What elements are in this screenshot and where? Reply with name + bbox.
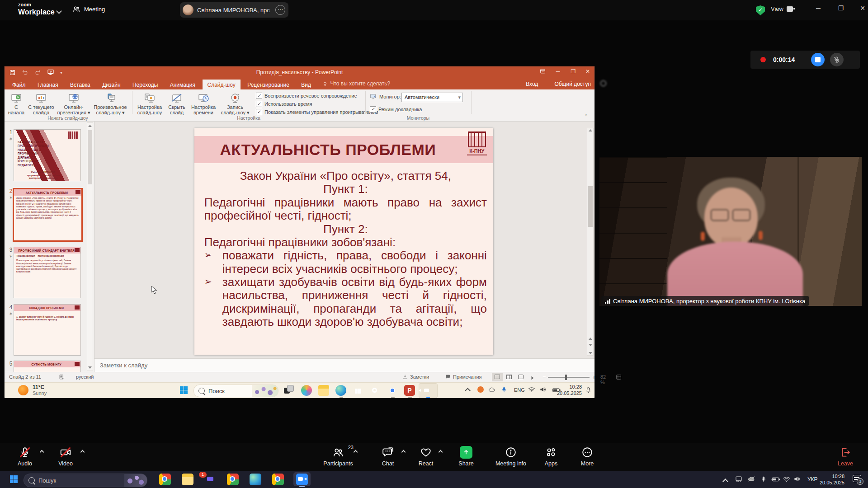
- tray-icon-update[interactable]: [477, 386, 484, 393]
- thumbnail-scrollbar[interactable]: [87, 122, 93, 371]
- next-slide-button[interactable]: [587, 344, 593, 346]
- scrollbar-thumb[interactable]: [588, 186, 593, 227]
- close-button[interactable]: ✕: [582, 68, 594, 75]
- tell-me-box[interactable]: Что вы хотите сделать?: [318, 78, 395, 89]
- tab-review[interactable]: Рецензирование: [242, 80, 294, 91]
- zoom-app-icon-active[interactable]: [296, 474, 308, 485]
- language-status[interactable]: русский: [76, 374, 94, 380]
- tab-slideshow-active[interactable]: Слайд-шоу: [203, 80, 241, 91]
- slide-thumbnail-4[interactable]: СКЛАДОВІ ПРОБЛЕМИ 1. Захист власної чест…: [14, 304, 81, 356]
- hidden-icons-chevron[interactable]: [723, 477, 727, 485]
- leave-button[interactable]: Leave: [827, 446, 863, 467]
- chevron-down-icon[interactable]: [56, 8, 62, 14]
- browser-icon-4[interactable]: [272, 474, 284, 485]
- more-button[interactable]: More: [571, 446, 604, 467]
- volume-icon[interactable]: [794, 476, 801, 484]
- slide-sorter-view-button[interactable]: [504, 373, 514, 381]
- edge-browser-icon[interactable]: [335, 385, 346, 396]
- chat-chevron[interactable]: [402, 447, 405, 455]
- minimize-button[interactable]: ─: [552, 68, 564, 75]
- recording-mic-muted-button[interactable]: [830, 53, 844, 66]
- setup-slideshow-button[interactable]: Настройка слайд-шоу: [135, 91, 165, 115]
- tab-meeting[interactable]: Meeting: [72, 5, 105, 13]
- view-button[interactable]: View: [771, 5, 793, 12]
- browser-icon-2[interactable]: [227, 474, 239, 485]
- from-current-slide-button[interactable]: С текущего слайда: [26, 91, 56, 115]
- meeting-info-button[interactable]: Meeting info: [487, 446, 534, 467]
- volume-icon[interactable]: [540, 386, 547, 394]
- video-options-chevron[interactable]: [81, 447, 84, 455]
- react-chevron[interactable]: [439, 447, 442, 455]
- tab-design[interactable]: Дизайн: [97, 80, 125, 91]
- apps-button[interactable]: Apps: [537, 446, 565, 467]
- slide-thumbnail-1[interactable]: ЗАПОБІГАННЯ ТА ПРОТИДІЯ ПРОЯВАМ НАСИЛЬСТ…: [14, 129, 81, 181]
- from-beginning-button[interactable]: С начала: [7, 91, 25, 115]
- notes-toggle[interactable]: Заметки: [402, 374, 429, 380]
- onedrive-paused-icon[interactable]: [748, 476, 755, 484]
- slide-thumbnail-3[interactable]: ПРОФЕСІЙНИЙ СТАНДАРТ ВЧИТЕЛЯ Трудова фун…: [14, 247, 81, 298]
- slideshow-view-button[interactable]: [527, 373, 538, 381]
- share-button[interactable]: Share: [448, 446, 484, 467]
- fit-to-window-icon[interactable]: [616, 374, 622, 381]
- zoom-slider-handle[interactable]: [565, 375, 567, 380]
- search-box[interactable]: Пошук: [24, 474, 147, 487]
- powerpoint-app-icon[interactable]: P: [404, 385, 415, 396]
- tab-animations[interactable]: Анимация: [165, 80, 200, 91]
- monitor-dropdown[interactable]: Автоматически ▾: [401, 93, 463, 102]
- stop-recording-button[interactable]: [811, 53, 825, 66]
- tab-view[interactable]: Вид: [296, 80, 316, 91]
- tab-home[interactable]: Главная: [33, 80, 63, 91]
- current-slide[interactable]: АКТУАЛЬНІСТЬ ПРОБЛЕМИ К-ПНУ Закон Україн…: [194, 128, 493, 355]
- audio-button[interactable]: Audio: [7, 446, 42, 467]
- screen-cast-icon[interactable]: [735, 476, 742, 484]
- sign-in-button[interactable]: Вход: [526, 81, 538, 87]
- slide-thumbnail-5[interactable]: СУТНІСТЬ МОБІНГУ: [14, 361, 81, 372]
- checkbox-play-narrations[interactable]: ✓ Воспроизвести речевое сопровождение: [256, 93, 357, 99]
- weather-sun-icon[interactable]: [18, 385, 28, 395]
- browser-icon-3[interactable]: [250, 474, 261, 485]
- notification-center-icon[interactable]: 3: [853, 475, 862, 483]
- scrollbar-thumb[interactable]: [88, 130, 92, 184]
- search-box[interactable]: Поиск: [193, 385, 278, 397]
- tab-insert[interactable]: Вставка: [65, 80, 95, 91]
- close-button[interactable]: ✕: [856, 5, 868, 12]
- minimize-button[interactable]: ─: [811, 5, 825, 12]
- battery-charging-icon[interactable]: [771, 476, 780, 484]
- tab-transitions[interactable]: Переходы: [127, 80, 163, 91]
- zoom-out-icon[interactable]: −: [542, 374, 546, 380]
- onedrive-cloud-icon[interactable]: [488, 386, 496, 394]
- clock[interactable]: 10:28 20.05.2025: [820, 474, 844, 486]
- record-slideshow-button[interactable]: Запись слайд-шоу ▾: [219, 91, 251, 115]
- video-button[interactable]: Video: [48, 446, 83, 467]
- checkbox-presenter-view[interactable]: ✓ Режим докладчика: [370, 106, 422, 113]
- ribbon-display-options-icon[interactable]: [537, 68, 548, 75]
- reading-view-button[interactable]: [515, 373, 526, 381]
- start-button[interactable]: [180, 386, 188, 396]
- custom-slideshow-button[interactable]: Произвольное слайд-шоу ▾: [91, 91, 129, 115]
- start-button[interactable]: [10, 475, 18, 485]
- checkbox-use-timings[interactable]: ✓ Использовать время: [256, 101, 312, 107]
- online-presentation-button[interactable]: Онлайн- презентация ▾: [57, 91, 90, 115]
- active-speaker-pill[interactable]: Світлана МИРОНОВА, прорект ⋯: [180, 2, 288, 18]
- notification-bell-icon[interactable]: [585, 386, 592, 395]
- zoom-slider[interactable]: [548, 377, 590, 378]
- search-highlight-image[interactable]: [124, 474, 147, 487]
- editor-scrollbar[interactable]: [587, 128, 594, 356]
- spellcheck-icon[interactable]: [59, 374, 65, 381]
- share-button[interactable]: Общий доступ: [546, 81, 591, 87]
- react-button[interactable]: React: [409, 446, 443, 467]
- copilot-icon[interactable]: [301, 385, 312, 396]
- weather-condition[interactable]: Sunny: [33, 390, 47, 396]
- participants-chevron[interactable]: [354, 447, 357, 455]
- hide-slide-button[interactable]: Скрыть слайд: [165, 91, 188, 115]
- browser-icon-1[interactable]: [159, 474, 171, 485]
- normal-view-button[interactable]: [492, 373, 503, 381]
- file-explorer-icon[interactable]: [182, 474, 193, 485]
- scroll-up-icon[interactable]: [87, 123, 93, 129]
- checkbox-show-media-controls[interactable]: ✓ Показать элементы управления проигрыва…: [256, 109, 378, 115]
- wifi-icon[interactable]: [528, 386, 535, 394]
- restore-button[interactable]: ❐: [567, 68, 579, 75]
- editor-canvas[interactable]: АКТУАЛЬНІСТЬ ПРОБЛЕМИ К-ПНУ Закон Україн…: [94, 122, 594, 358]
- collapse-ribbon-icon[interactable]: ⌃: [584, 113, 588, 119]
- scroll-down-icon[interactable]: [587, 352, 593, 354]
